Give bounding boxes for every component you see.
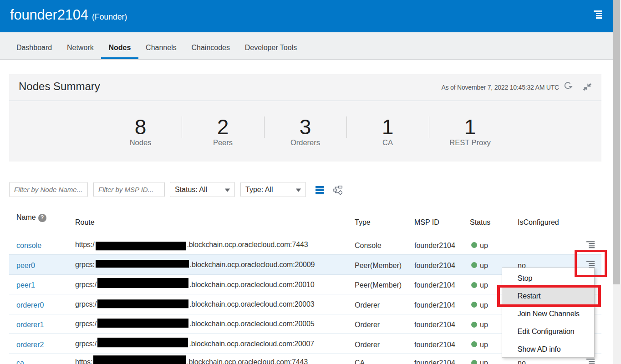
menu-item-edit-configuration[interactable]: Edit Configuration [502,323,594,340]
node-route: https:.blockchain.ocp.oraclecloud.com:74… [75,359,308,364]
stat-orderers-value: 3 [265,116,346,138]
status-dropdown-value: Status: All [175,186,207,193]
status-up-dot [471,341,477,347]
node-link[interactable]: peer1 [16,281,35,289]
tab-dashboard[interactable]: Dashboard [9,32,60,59]
node-route: grpcs:.blockchain.ocp.oraclecloud.com:20… [75,261,315,271]
list-view-icon[interactable] [316,186,324,194]
node-route: grpcs:/.blockchain.ocp.oraclecloud.com:2… [75,300,315,310]
route-prefix: grpcs:/ [75,281,97,288]
filter-msp-id-input[interactable] [93,182,165,197]
route-prefix: https:/ [75,241,95,248]
column-header-msp-id[interactable]: MSP ID [414,218,439,227]
node-link[interactable]: orderer1 [16,321,44,329]
route-suffix: .blockchain.ocp.oraclecloud.com:7443 [187,241,308,248]
type-dropdown-value: Type: All [245,186,273,193]
redaction-box [96,242,186,251]
node-msp: founder2104 [414,341,455,349]
app-title: founder2104 [10,0,88,31]
menu-icon-bar [594,10,602,12]
stat-rest-proxy: 1 REST Proxy [429,116,511,147]
panel-header: Nodes Summary As of November 7, 2022 10:… [9,74,601,101]
status-text: up [480,321,488,329]
topology-view-icon[interactable] [333,186,342,195]
node-link[interactable]: console [16,242,41,250]
help-icon[interactable]: ? [38,214,46,222]
node-msp: founder2104 [414,242,455,250]
stat-rest-proxy-label: REST Proxy [429,138,511,147]
status-up-dot [471,242,477,248]
stat-nodes-label: Nodes [100,138,182,147]
scrollbar-thumb[interactable] [613,0,620,284]
row-actions-menu-icon[interactable] [586,359,595,364]
column-header-type[interactable]: Type [355,218,371,227]
node-status: up [471,321,488,329]
menu-icon-bar [589,361,595,362]
status-text: up [480,301,488,309]
tab-channels[interactable]: Channels [138,32,184,59]
column-header-status[interactable]: Status [470,218,490,227]
status-up-dot [471,322,477,328]
node-route: https:/.blockchain.ocp.oraclecloud.com:7… [75,241,308,251]
column-header-isconfigured[interactable]: IsConfigured [518,218,559,227]
status-up-dot [471,360,477,364]
node-msp: founder2104 [414,301,455,309]
node-msp: founder2104 [414,321,455,329]
annotation-rect-menu-icon [575,250,607,277]
node-status: up [471,301,488,309]
menu-item-join-new-channels[interactable]: Join New Channels [502,305,594,323]
route-prefix: https: [75,359,92,364]
status-dropdown[interactable]: Status: All [170,182,235,197]
menu-item-show-ad-info[interactable]: Show AD info [502,340,594,358]
menu-icon-bar [589,245,595,246]
route-suffix: .blockchain.ocp.oraclecloud.com:20005 [189,320,315,328]
node-type: Orderer [355,341,380,349]
refresh-icon[interactable] [564,81,573,91]
redaction-box [97,338,188,348]
filter-node-name-input[interactable] [9,182,88,197]
table-row-console: console https:/.blockchain.ocp.oracleclo… [9,235,601,255]
stat-ca: 1 CA [347,116,429,147]
row-actions-menu-icon[interactable] [586,241,595,248]
tab-nodes[interactable]: Nodes [101,32,138,59]
status-text: up [480,341,488,349]
node-link[interactable]: peer0 [16,262,35,270]
node-link[interactable]: ca [16,359,24,364]
table-header: Name ? Route Type MSP ID Status IsConfig… [9,209,601,235]
column-header-route[interactable]: Route [75,218,95,227]
stat-orderers-label: Orderers [265,138,346,147]
scrollbar-track[interactable] [613,0,621,364]
route-prefix: grpcs:/ [75,300,97,308]
summary-stats: 8 Nodes 2 Peers 3 Orderers 1 CA 1 REST P… [9,101,601,161]
tab-network[interactable]: Network [60,32,101,59]
tab-chaincodes[interactable]: Chaincodes [184,32,237,59]
menu-icon-bar [596,13,602,14]
stat-peers-label: Peers [182,138,264,147]
route-suffix: .blockchain.ocp.oraclecloud.com:20003 [189,300,315,308]
node-route: grpcs:/.blockchain.ocp.oraclecloud.com:2… [75,280,315,290]
status-text: up [480,359,488,364]
menu-icon-bar [589,247,595,248]
collapse-icon[interactable] [582,82,592,92]
stat-ca-label: CA [347,138,429,147]
status-text: up [480,281,488,289]
node-link[interactable]: orderer0 [16,301,44,309]
tab-developer-tools[interactable]: Developer Tools [237,32,304,59]
stat-rest-proxy-value: 1 [429,116,511,138]
route-suffix: .blockchain.ocp.oraclecloud.com:20007 [189,340,314,348]
nodes-summary-panel: Nodes Summary As of November 7, 2022 10:… [9,74,601,162]
column-header-name[interactable]: Name [16,213,36,222]
list-icon-bar [316,186,324,188]
header-menu-icon[interactable] [594,10,602,18]
stat-peers: 2 Peers [182,116,264,147]
list-icon-bar [316,192,324,194]
menu-icon-bar [596,17,602,19]
app-header: founder2104 (Founder) [0,0,613,32]
stat-peers-value: 2 [182,116,264,138]
node-link[interactable]: orderer2 [16,341,44,349]
redaction-box [97,300,188,308]
node-route: grpcs:/.blockchain.ocp.oraclecloud.com:2… [75,320,315,330]
stat-ca-value: 1 [347,116,429,138]
type-dropdown[interactable]: Type: All [240,182,306,197]
route-prefix: grpcs:/ [75,320,97,328]
